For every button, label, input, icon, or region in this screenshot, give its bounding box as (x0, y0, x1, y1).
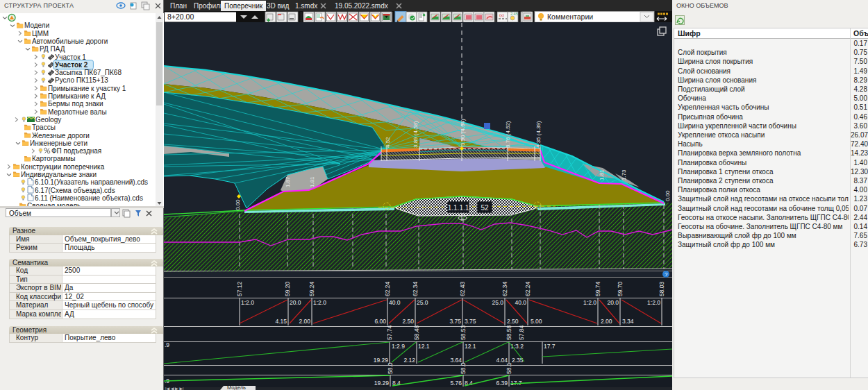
svg-text:25.0: 25.0 (492, 299, 503, 306)
svg-text:58.0: 58.0 (387, 362, 394, 374)
svg-text:58.53: 58.53 (460, 325, 467, 340)
svg-text:1.1.1.1: 1.1.1.1 (448, 204, 469, 212)
svg-text:1:2.0: 1:2.0 (647, 299, 660, 306)
svg-text:0.00: 0.00 (665, 190, 671, 201)
svg-text:Автомобильные дороги: Автомобильные дороги (32, 37, 108, 45)
svg-text:?: ? (665, 271, 668, 278)
svg-text:40.0: 40.0 (515, 299, 526, 306)
svg-text:62.24: 62.24 (524, 281, 531, 296)
svg-text:Мерзлотные валы: Мерзлотные валы (48, 108, 107, 116)
svg-text:12.1: 12.1 (465, 343, 476, 350)
svg-text:2.00: 2.00 (299, 318, 310, 325)
svg-text:Geology: Geology (35, 116, 61, 124)
svg-text:62.43: 62.43 (459, 281, 466, 296)
svg-text:6.17(Схема объезда).cds: 6.17(Схема объезда).cds (35, 187, 115, 194)
svg-text:ЦММ: ЦММ (32, 30, 49, 37)
svg-text:3.75: 3.75 (449, 318, 461, 325)
svg-text:2.50: 2.50 (402, 318, 414, 325)
svg-text:52: 52 (481, 204, 489, 212)
svg-text:2.50: 2.50 (507, 318, 519, 325)
svg-text:Инженерные сети: Инженерные сети (30, 139, 87, 147)
svg-text:25.0: 25.0 (417, 299, 428, 306)
svg-text:59.70: 59.70 (617, 281, 624, 296)
svg-text:Участок 2: Участок 2 (55, 61, 88, 69)
svg-text:3.75: 3.75 (465, 318, 476, 325)
svg-text:6.10.1(Указатель направлений).: 6.10.1(Указатель направлений).cds (35, 178, 148, 186)
svg-text:4.15: 4.15 (275, 318, 287, 325)
svg-text:58.03: 58.03 (658, 281, 665, 296)
svg-text:(x): (x) (499, 13, 504, 17)
svg-text:Конструкции поперечника: Конструкции поперечника (21, 163, 105, 171)
svg-text:Трассы: Трассы (32, 124, 56, 131)
svg-text:58.1: 58.1 (506, 362, 512, 374)
svg-text:19.29: 19.29 (374, 380, 390, 387)
svg-text:5.00: 5.00 (531, 318, 542, 325)
svg-text:3.89 (4.58): 3.89 (4.58) (412, 121, 419, 148)
svg-text:1.73: 1.73 (621, 169, 627, 180)
svg-text:Участок 1: Участок 1 (55, 53, 86, 61)
svg-text:Бермы под знаки: Бермы под знаки (48, 100, 103, 108)
svg-text:Засыпка ПК67_ПК68: Засыпка ПК67_ПК68 (55, 69, 122, 76)
svg-text:2.00: 2.00 (601, 318, 612, 325)
svg-text:2.45: 2.45 (510, 12, 518, 16)
svg-text:3.34: 3.34 (622, 318, 634, 325)
svg-text:3.90 (4.64): 3.90 (4.64) (460, 119, 466, 146)
svg-text:57.74: 57.74 (386, 325, 393, 340)
svg-text:12.1: 12.1 (418, 343, 430, 350)
svg-text:.9: .9 (165, 341, 169, 348)
svg-text:Модель: Модель (227, 384, 246, 390)
svg-text:4.52: 4.52 (385, 137, 391, 148)
svg-text:8+20.00: 8+20.00 (167, 12, 194, 21)
svg-text:5.76: 5.76 (450, 380, 462, 387)
svg-text:0.00: 0.00 (235, 199, 241, 210)
svg-text:Картограммы: Картограммы (32, 155, 75, 162)
svg-text:4.35 (4.39): 4.35 (4.39) (535, 121, 542, 148)
svg-text:Индивидуальные знаки: Индивидуальные знаки (21, 171, 97, 178)
svg-text:17.7: 17.7 (544, 343, 556, 350)
svg-text:РД ПАД: РД ПАД (40, 45, 65, 53)
svg-text:Железные дороги: Железные дороги (32, 132, 90, 139)
svg-text:1:2.0: 1:2.0 (583, 299, 596, 306)
svg-text:57.84: 57.84 (518, 325, 525, 340)
svg-text:58.0: 58.0 (460, 362, 467, 374)
svg-text:|◀ ◀ ▶ ▶|: |◀ ◀ ▶ ▶| (165, 387, 184, 390)
svg-text:6.00: 6.00 (374, 318, 386, 325)
svg-text:59.74: 59.74 (594, 281, 601, 296)
svg-text:3.76 (4.52): 3.76 (4.52) (505, 121, 511, 148)
svg-text:59.20: 59.20 (284, 281, 291, 296)
svg-text:Русло ПК115+13: Русло ПК115+13 (55, 76, 108, 84)
svg-text:62.34: 62.34 (501, 281, 508, 296)
svg-text:57.12: 57.12 (236, 281, 243, 296)
svg-text:2.12: 2.12 (403, 357, 415, 364)
svg-text:Модели: Модели (24, 22, 49, 29)
svg-text:Комментарии: Комментарии (547, 12, 593, 21)
svg-text:20.0: 20.0 (290, 299, 301, 306)
svg-text:58.48: 58.48 (413, 325, 420, 340)
svg-text:40.0: 40.0 (389, 299, 401, 306)
svg-text:Примыкание к участку 1: Примыкание к участку 1 (48, 85, 126, 92)
svg-text:1.81: 1.81 (599, 169, 605, 180)
svg-text:1.81: 1.81 (309, 176, 315, 187)
svg-text:62.24: 62.24 (384, 281, 391, 296)
svg-text:20.0: 20.0 (607, 299, 619, 306)
svg-text:1:2.9: 1:2.9 (392, 343, 405, 350)
svg-text:1:2.0: 1:2.0 (313, 299, 326, 306)
svg-text:6.11 (Наименование объекта).cd: 6.11 (Наименование объекта).cds (35, 194, 143, 202)
svg-text:1:2.0: 1:2.0 (241, 299, 254, 306)
svg-text:ФП подъездная: ФП подъездная (51, 147, 101, 155)
svg-text:1.87: 1.87 (285, 176, 291, 187)
svg-text:6.39: 6.39 (496, 380, 508, 387)
svg-text:58.58: 58.58 (506, 325, 512, 340)
svg-text:Примыкание к АД: Примыкание к АД (48, 92, 106, 100)
svg-text:62.34: 62.34 (412, 281, 419, 296)
svg-text:59.24: 59.24 (308, 281, 315, 296)
